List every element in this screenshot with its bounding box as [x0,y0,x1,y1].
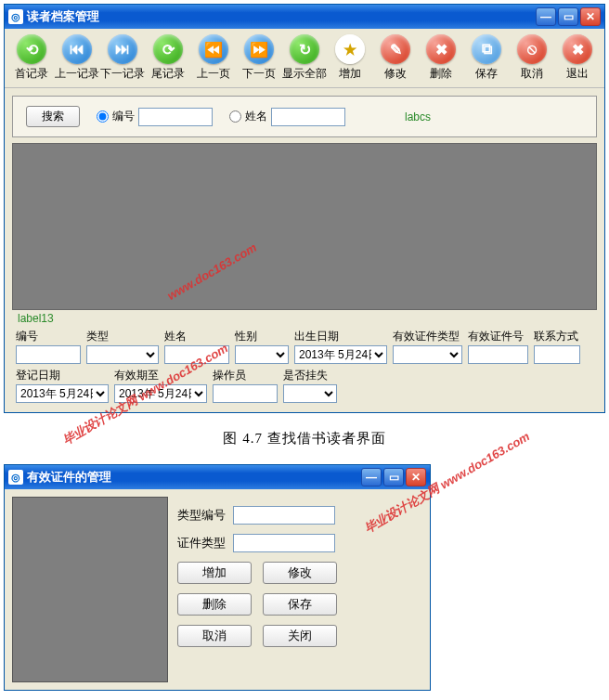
fld-name[interactable] [164,345,229,364]
save-button[interactable]: ⧉保存 [465,32,508,84]
lbl-operator: 操作员 [213,368,278,383]
toolbar-label: 修改 [384,66,407,82]
next-page-button[interactable]: ⏩下一页 [238,32,280,84]
labcs-label: labcs [399,109,436,125]
edit-button[interactable]: 修改 [263,562,337,584]
edit-icon: ✎ [381,34,410,64]
radio-name[interactable] [229,110,241,123]
prev-record-icon: ⏮ [62,34,92,64]
lbl-id: 编号 [16,329,81,344]
lbl-cert-type: 证件类型 [177,535,226,551]
show-all-button[interactable]: ↻显示全部 [283,32,326,84]
cancel-button[interactable]: 取消 [177,625,252,647]
toolbar: ⟲首记录⏮上一记录⏭下一记录⟳尾记录⏪上一页⏩下一页↻显示全部★增加✎修改✖删除… [5,29,604,88]
fld-reg-date[interactable]: 2013年 5月24日 [16,384,109,403]
lbl-type: 类型 [86,329,159,344]
next-record-icon: ⏭ [108,34,137,64]
save-button[interactable]: 保存 [263,593,337,616]
prev-record-button[interactable]: ⏮上一记录 [56,32,98,84]
fld-expire[interactable]: 2013年 5月24日 [114,384,207,403]
figure-caption-2: 图 4.8 读者添加界面 [0,694,609,700]
fld-cert-type[interactable] [233,534,335,552]
next-record-button[interactable]: ⏭下一记录 [101,32,144,84]
minimize-button[interactable]: — [536,7,556,26]
search-button[interactable]: 搜索 [26,106,80,127]
toolbar-label: 保存 [475,66,498,82]
radio-name-label: 姓名 [245,109,267,124]
lbl-expire: 有效期至 [114,368,207,383]
data-grid[interactable]: www.doc163.com [12,143,597,310]
watermark: www.doc163.com [165,240,260,303]
next-page-icon: ⏩ [244,34,274,64]
lbl-birth: 出生日期 [294,329,387,344]
toolbar-label: 退出 [566,66,589,82]
toolbar-label: 增加 [339,66,361,82]
lbl-gender: 性别 [235,329,289,344]
cancel-button[interactable]: ⦸取消 [511,32,553,84]
list-grid[interactable] [12,497,168,682]
cancel-icon: ⦸ [517,34,547,64]
id-input[interactable] [138,108,213,126]
delete-button[interactable]: 删除 [177,593,252,616]
certificate-mgmt-window: ◎ 有效证件的管理 — ▭ ✕ 类型编号 证件类型 增加 修改 删除 保存 [4,464,431,691]
window-title: 读者档案管理 [27,8,536,25]
last-record-icon: ⟳ [153,34,183,64]
prev-page-button[interactable]: ⏪上一页 [192,32,235,84]
toolbar-label: 显示全部 [282,66,327,82]
fld-gender[interactable] [235,345,289,364]
lbl-reg-date: 登记日期 [16,368,109,383]
lbl-cert-no: 有效证件号 [468,329,528,344]
fld-id[interactable] [16,345,81,364]
toolbar-label: 下一页 [242,66,276,82]
titlebar: ◎ 有效证件的管理 — ▭ ✕ [5,465,430,489]
exit-icon: ✖ [563,34,592,64]
maximize-button[interactable]: ▭ [383,468,404,486]
toolbar-label: 上一页 [197,66,230,82]
close-button[interactable]: 关闭 [263,625,337,647]
form-row-2: 登记日期2013年 5月24日 有效期至2013年 5月24日 操作员 是否挂失 [12,366,597,405]
radio-id-label: 编号 [112,109,135,124]
fld-cert-type[interactable] [393,345,462,364]
form-row-1: 编号 类型 姓名 性别 出生日期2013年 5月24日 有效证件类型 有效证件号… [12,327,597,366]
fld-birth[interactable]: 2013年 5月24日 [294,345,387,364]
label13: label13 [12,310,597,327]
save-icon: ⧉ [472,34,501,64]
titlebar: ◎ 读者档案管理 — ▭ ✕ [5,5,604,29]
exit-button[interactable]: ✖退出 [556,32,599,84]
add-button[interactable]: ★增加 [329,32,371,84]
add-button[interactable]: 增加 [177,562,252,584]
maximize-button[interactable]: ▭ [558,7,578,26]
fld-lost[interactable] [283,384,337,403]
fld-cert-no[interactable] [468,345,528,364]
first-record-icon: ⟲ [17,34,46,64]
show-all-icon: ↻ [290,34,319,64]
toolbar-label: 取消 [521,66,543,82]
prev-page-icon: ⏪ [199,34,228,64]
delete-button[interactable]: ✖删除 [420,32,462,84]
minimize-button[interactable]: — [361,468,382,486]
lbl-cert-type: 有效证件类型 [393,329,462,344]
lbl-contact: 联系方式 [534,329,580,344]
lbl-type-id: 类型编号 [177,507,226,524]
app-icon: ◎ [8,470,23,485]
add-icon: ★ [335,34,365,64]
close-button[interactable]: ✕ [580,7,601,26]
fld-type-id[interactable] [233,506,335,525]
figure-caption-1: 图 4.7 查找借书读者界面 [0,417,609,460]
lbl-lost: 是否挂失 [283,368,337,383]
name-input[interactable] [271,108,345,126]
fld-type[interactable] [86,345,159,364]
lbl-name: 姓名 [164,329,229,344]
fld-operator[interactable] [213,384,278,403]
first-record-button[interactable]: ⟲首记录 [10,32,53,84]
app-icon: ◎ [8,9,23,24]
window-title: 有效证件的管理 [27,469,361,486]
radio-id[interactable] [97,110,109,123]
edit-button[interactable]: ✎修改 [374,32,417,84]
reader-archive-window: ◎ 读者档案管理 — ▭ ✕ ⟲首记录⏮上一记录⏭下一记录⟳尾记录⏪上一页⏩下一… [4,4,605,413]
close-button[interactable]: ✕ [406,468,426,486]
fld-contact[interactable] [534,345,580,364]
toolbar-label: 删除 [430,66,452,82]
last-record-button[interactable]: ⟳尾记录 [147,32,189,84]
delete-icon: ✖ [426,34,456,64]
